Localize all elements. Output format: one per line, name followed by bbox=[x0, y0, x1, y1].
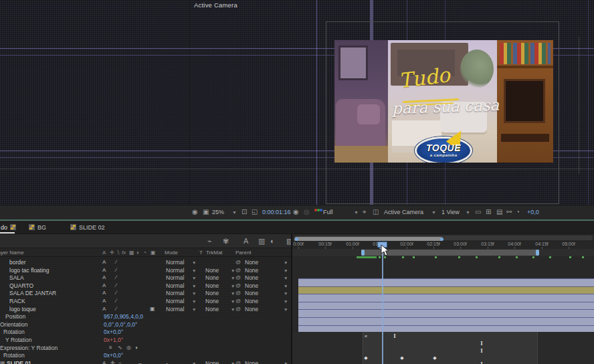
blend-mode-select[interactable]: Normal bbox=[166, 306, 184, 312]
shy-icon[interactable]: Α bbox=[102, 259, 106, 265]
parent-select[interactable]: None bbox=[245, 282, 258, 289]
timeline-navigator[interactable] bbox=[294, 236, 593, 240]
expression-language-icon[interactable]: ◑ bbox=[134, 345, 138, 351]
layer-row[interactable]: SALA Α∕ Normal▼ None▼ @ None▼ bbox=[0, 274, 292, 282]
chevron-down-icon[interactable]: ▼ bbox=[284, 299, 288, 304]
reset-exposure-icon[interactable]: ◔ bbox=[516, 208, 520, 215]
property-row[interactable]: Rotation 0x+0,0° bbox=[0, 328, 292, 336]
trkmat-select[interactable]: None bbox=[205, 282, 219, 289]
exposure-offset[interactable]: +0,0 bbox=[527, 209, 539, 215]
property-row[interactable]: Expression: Y Rotation ≡ ∿ ◎ ◑ bbox=[0, 344, 292, 352]
mini-flowchart-icon[interactable]: ⌁ bbox=[207, 237, 212, 246]
work-area-end-handle[interactable] bbox=[536, 250, 539, 256]
show-snapshot-icon[interactable]: ◎ bbox=[304, 208, 310, 215]
chevron-down-icon[interactable]: ▼ bbox=[284, 361, 288, 364]
quality-icon[interactable]: ∕ bbox=[116, 290, 116, 296]
property-name[interactable]: Orientation bbox=[0, 321, 28, 328]
column-trkmat[interactable]: TrkMat bbox=[206, 250, 223, 256]
property-value[interactable]: 0x+1,0° bbox=[104, 337, 123, 343]
column-layer-name[interactable]: Layer Name bbox=[0, 250, 24, 256]
pickwhip-icon[interactable]: @ bbox=[235, 259, 241, 265]
resolution-value[interactable]: Full bbox=[323, 209, 333, 215]
property-value[interactable]: 0x+0,0° bbox=[104, 352, 123, 359]
blend-mode-select[interactable]: Normal bbox=[166, 267, 184, 274]
property-row[interactable]: Rotation 0x+0,0° bbox=[0, 351, 292, 359]
quality-icon[interactable]: ∕ bbox=[116, 274, 116, 280]
trkmat-select[interactable]: None bbox=[205, 267, 219, 274]
keyframe[interactable]: « bbox=[365, 333, 367, 339]
layer-row[interactable]: QUARTO Α∕ Normal▼ None▼ @ None▼ bbox=[0, 282, 292, 290]
keyframe[interactable]: ◆ bbox=[400, 355, 403, 361]
property-name[interactable]: Y Rotation bbox=[5, 337, 32, 343]
tab-bg[interactable]: BG bbox=[37, 224, 46, 231]
trkmat-select[interactable]: None bbox=[205, 306, 219, 312]
quality-icon[interactable]: ∕ bbox=[116, 267, 116, 273]
chevron-down-icon[interactable]: ▼ bbox=[192, 284, 196, 288]
layer-name[interactable]: logo toque bbox=[9, 306, 36, 312]
shy-icon[interactable]: Α bbox=[102, 267, 106, 273]
chevron-down-icon[interactable]: ▼ bbox=[231, 307, 235, 312]
layer-bar[interactable] bbox=[298, 278, 594, 286]
parent-select[interactable]: None bbox=[245, 360, 258, 364]
layer-row[interactable]: logo toque Α∕ ▣ Normal▼ None▼ @ None▼ bbox=[0, 305, 292, 313]
chevron-down-icon[interactable]: ▼ bbox=[231, 361, 235, 364]
chevron-down-icon[interactable]: ▼ bbox=[284, 268, 288, 273]
layer-name[interactable]: SLIDE 01 bbox=[7, 360, 31, 364]
always-preview-icon[interactable]: ◉ bbox=[192, 208, 198, 215]
property-name[interactable]: Position bbox=[5, 313, 25, 320]
layer-name[interactable]: QUARTO bbox=[9, 282, 33, 289]
chevron-down-icon[interactable]: ▼ bbox=[192, 276, 196, 280]
parent-select[interactable]: None bbox=[245, 259, 258, 266]
column-t[interactable]: T bbox=[199, 250, 203, 256]
chevron-down-icon[interactable]: ▼ bbox=[284, 284, 288, 288]
trkmat-select[interactable]: None bbox=[205, 274, 219, 281]
flowchart-button-icon[interactable]: ⚯ bbox=[506, 208, 512, 215]
property-name[interactable]: Rotation bbox=[3, 329, 25, 335]
chevron-down-icon[interactable]: ▼ bbox=[284, 276, 288, 280]
layer-name[interactable]: SALA DE JANTAR bbox=[9, 290, 56, 296]
mask-visibility-icon[interactable]: ◱ bbox=[252, 208, 258, 215]
layer-bar[interactable] bbox=[298, 294, 594, 302]
layer-bar[interactable] bbox=[298, 309, 594, 317]
property-value[interactable]: 957,0,905,4,0,0 bbox=[104, 313, 143, 320]
expression-graph-icon[interactable]: ∿ bbox=[118, 345, 122, 351]
shy-icon[interactable]: Α bbox=[102, 306, 106, 312]
layer-color-icon[interactable]: ▦ bbox=[0, 360, 5, 364]
blend-mode-select[interactable]: Normal bbox=[166, 290, 184, 296]
quality-icon[interactable]: ∕ bbox=[116, 259, 116, 265]
shy-icon[interactable]: Α bbox=[102, 282, 106, 288]
blend-mode-select[interactable]: Normal bbox=[166, 274, 184, 281]
layer-bar[interactable] bbox=[298, 302, 594, 310]
property-row[interactable]: Position 957,0,905,4,0,0 bbox=[0, 312, 292, 321]
chevron-down-icon[interactable]: ▼ bbox=[284, 307, 288, 312]
trkmat-select[interactable]: None bbox=[205, 360, 219, 364]
magnification-value[interactable]: 25% bbox=[212, 209, 224, 215]
chevron-down-icon[interactable]: ▼ bbox=[354, 210, 359, 215]
parent-select[interactable]: None bbox=[245, 290, 258, 296]
fast-previews-icon[interactable]: ⊞ bbox=[486, 208, 491, 215]
shy-icon[interactable]: Α bbox=[102, 274, 106, 280]
quality-icon[interactable]: ∕ bbox=[116, 298, 116, 304]
chevron-down-icon[interactable]: ▼ bbox=[231, 291, 235, 296]
pickwhip-icon[interactable]: @ bbox=[235, 274, 241, 280]
chevron-down-icon[interactable]: ▼ bbox=[192, 260, 196, 265]
layer-row[interactable]: SALA DE JANTAR Α∕ Normal▼ None▼ @ None▼ bbox=[0, 289, 292, 297]
work-area-start-handle[interactable] bbox=[361, 250, 365, 256]
chevron-down-icon[interactable]: ▼ bbox=[284, 291, 288, 296]
blend-mode-select[interactable]: Normal bbox=[166, 298, 184, 304]
layer-name[interactable]: logo tac floating bbox=[9, 267, 50, 274]
motion-blur-icon[interactable]: ◐ bbox=[270, 237, 275, 245]
region-of-interest-icon[interactable]: ⌖ bbox=[363, 208, 367, 216]
view-layout-selector[interactable]: 1 View bbox=[441, 209, 460, 215]
property-row[interactable]: Orientation 0,0°,0,0°,0,0° bbox=[0, 321, 292, 329]
blend-mode-select[interactable]: - bbox=[166, 360, 168, 364]
draft-3d-icon[interactable]: ✾ bbox=[223, 237, 229, 246]
channels-icon[interactable] bbox=[314, 209, 317, 211]
property-row[interactable]: Y Rotation 0x+1,0° bbox=[0, 336, 292, 344]
chevron-down-icon[interactable]: ▼ bbox=[231, 299, 235, 304]
frame-blend-icon[interactable]: ▥ bbox=[258, 237, 265, 246]
cube-3d-icon[interactable]: ▣ bbox=[150, 306, 155, 312]
snapshot-icon[interactable]: ◉ bbox=[293, 208, 299, 215]
property-value[interactable]: 0,0°,0,0°,0,0° bbox=[104, 321, 137, 328]
chevron-down-icon[interactable]: ▼ bbox=[192, 299, 196, 304]
